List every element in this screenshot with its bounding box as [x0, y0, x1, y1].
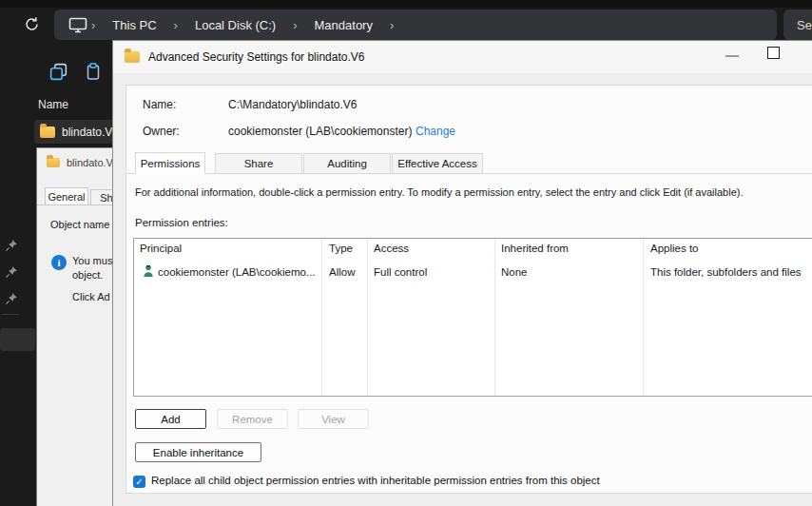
tab-divider: [37, 204, 112, 205]
permission-entries-label: Permission entries:: [135, 217, 228, 228]
tab-permissions[interactable]: Permissions: [135, 152, 205, 174]
folder-icon: [40, 126, 55, 138]
column-header-applies-to[interactable]: Applies to: [650, 243, 699, 254]
remove-button[interactable]: Remove: [217, 409, 288, 429]
this-pc-icon: [68, 17, 87, 33]
file-row-blindato[interactable]: blindato.V6: [34, 120, 116, 144]
cell-principal: cookiemonster (LAB\cookiemo...: [158, 266, 316, 278]
dialog-panel: Name: C:\Mandatory\blindato.V6 Owner: co…: [126, 85, 812, 494]
breadcrumb-this-pc[interactable]: This PC: [99, 18, 169, 32]
advanced-security-dialog: Advanced Security Settings for blindato.…: [112, 40, 812, 506]
user-icon: [142, 263, 155, 282]
replace-permissions-checkbox[interactable]: [133, 476, 145, 488]
nav-divider: [2, 314, 19, 315]
view-button[interactable]: View: [298, 409, 369, 429]
address-bar[interactable]: This PC Local Disk (C:) Mandatory: [54, 10, 777, 40]
column-header-inherited-from[interactable]: Inherited from: [501, 243, 569, 254]
paste-icon: [85, 62, 102, 82]
column-header-type[interactable]: Type: [329, 243, 353, 254]
copy-button[interactable]: [47, 60, 69, 83]
dialog-title: Advanced Security Settings for blindato.…: [148, 50, 364, 64]
cell-inherited-from: None: [501, 266, 528, 278]
pinned-item[interactable]: [5, 265, 18, 279]
properties-window: blindato.V General Sha Object name You m…: [36, 147, 112, 506]
search-text: Sea: [797, 18, 812, 32]
maximize-button[interactable]: [767, 47, 780, 59]
tab-strip: [0, 0, 812, 8]
name-value: C:\Mandatory\blindato.V6: [228, 98, 357, 111]
owner-value: cookiemonster (LAB\cookiemonster): [228, 125, 412, 138]
breadcrumb-chevron-icon[interactable]: [170, 18, 182, 32]
enable-inheritance-button[interactable]: Enable inheritance: [135, 442, 261, 462]
change-owner-link[interactable]: Change: [416, 125, 455, 138]
folder-icon: [47, 158, 60, 167]
column-header-principal[interactable]: Principal: [140, 243, 182, 254]
breadcrumb-chevron-icon[interactable]: [289, 18, 300, 32]
file-name: blindato.V6: [62, 126, 116, 139]
nav-selected-item[interactable]: [0, 328, 35, 351]
replace-permissions-label: Replace all child object permission entr…: [151, 475, 600, 486]
copy-icon: [48, 62, 68, 82]
pin-icon: [5, 292, 18, 305]
breadcrumb-chevron-icon[interactable]: [87, 18, 99, 32]
tab-share[interactable]: Share: [215, 153, 302, 173]
tab-sharing[interactable]: Sha: [90, 189, 112, 204]
owner-label: Owner:: [143, 125, 180, 138]
paste-button[interactable]: [82, 60, 105, 83]
name-label: Name:: [143, 98, 176, 111]
object-name-label: Object name: [50, 219, 109, 230]
tab-effective-access[interactable]: Effective Access: [392, 153, 483, 173]
pin-icon: [5, 265, 18, 279]
breadcrumb-chevron-icon[interactable]: [386, 18, 397, 32]
info-text-line3: Click Ad: [72, 291, 110, 302]
search-input[interactable]: Sea: [783, 10, 812, 40]
dialog-description: For additional information, double-click…: [135, 186, 744, 198]
breadcrumb-mandatory[interactable]: Mandatory: [301, 18, 386, 32]
column-header-access[interactable]: Access: [374, 243, 409, 254]
cell-applies-to: This folder, subfolders and files: [650, 266, 802, 278]
info-icon: [51, 255, 67, 270]
tab-baseline: [126, 173, 812, 174]
tab-auditing[interactable]: Auditing: [303, 153, 391, 173]
properties-title: blindato.V: [67, 157, 112, 168]
permission-entries-table: Principal Type Access Inherited from App…: [133, 238, 812, 397]
refresh-icon: [24, 16, 40, 32]
pinned-item[interactable]: [5, 239, 18, 252]
folder-icon: [125, 51, 140, 63]
cell-type: Allow: [329, 266, 355, 278]
refresh-button[interactable]: [20, 12, 43, 35]
pinned-item[interactable]: [5, 292, 18, 305]
dialog-titlebar[interactable]: Advanced Security Settings for blindato.…: [113, 41, 812, 73]
add-button[interactable]: Add: [135, 409, 206, 429]
tab-general[interactable]: General: [45, 187, 88, 204]
screen: This PC Local Disk (C:) Mandatory Sea: [0, 0, 812, 506]
properties-titlebar[interactable]: blindato.V: [47, 157, 112, 168]
info-text-line2: object.: [72, 269, 103, 281]
pin-icon: [5, 239, 18, 252]
column-header-name[interactable]: Name: [38, 98, 68, 111]
cell-access: Full control: [374, 266, 427, 278]
minimize-button[interactable]: [725, 55, 739, 57]
breadcrumb-local-disk[interactable]: Local Disk (C:): [182, 18, 289, 32]
info-text-line1: You mus: [72, 255, 112, 266]
